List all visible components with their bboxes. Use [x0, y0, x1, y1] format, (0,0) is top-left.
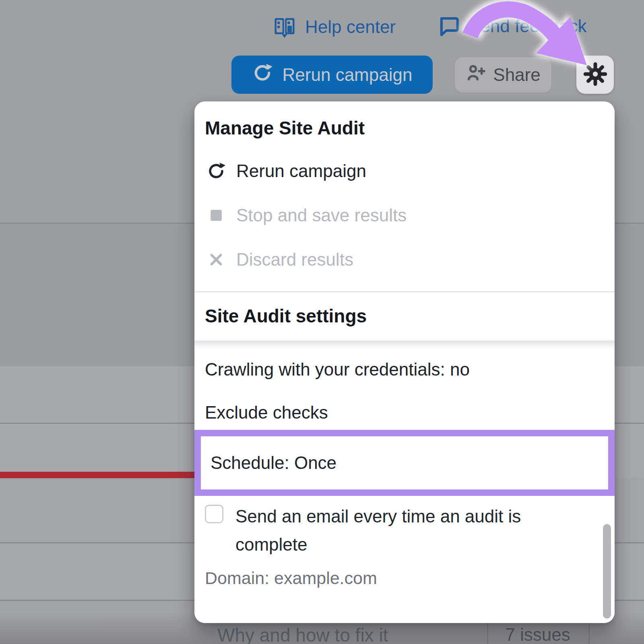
send-feedback-link[interactable]: Send feedback — [437, 14, 587, 38]
menu-item-stop-and-save[interactable]: Stop and save results — [206, 203, 407, 227]
menu-scrollbar[interactable] — [603, 524, 611, 619]
send-feedback-label: Send feedback — [469, 16, 587, 36]
domain-label: Domain: example.com — [205, 568, 377, 588]
setting-schedule-highlighted[interactable]: Schedule: Once — [194, 430, 615, 496]
share-label: Share — [493, 65, 540, 85]
gear-icon — [582, 61, 609, 89]
book-open-icon — [272, 14, 297, 39]
person-plus-icon — [466, 62, 487, 87]
x-icon — [206, 251, 226, 268]
rerun-campaign-button[interactable]: Rerun campaign — [231, 56, 433, 94]
settings-gear-button[interactable] — [576, 56, 614, 94]
background-red-progress-line — [0, 472, 194, 478]
setting-exclude-checks[interactable]: Exclude checks — [205, 400, 328, 425]
share-button[interactable]: Share — [454, 56, 552, 93]
menu-divider — [194, 291, 615, 292]
site-audit-settings-heading: Site Audit settings — [205, 305, 367, 327]
manage-site-audit-heading: Manage Site Audit — [205, 117, 365, 139]
help-center-label: Help center — [305, 17, 396, 37]
setting-crawling-credentials[interactable]: Crawling with your credentials: no — [205, 357, 470, 382]
rerun-campaign-label: Rerun campaign — [283, 65, 413, 85]
menu-item-label: Discard results — [236, 250, 353, 270]
menu-item-label: Stop and save results — [236, 205, 407, 225]
menu-item-rerun-campaign[interactable]: Rerun campaign — [206, 159, 366, 183]
email-audit-checkbox-label[interactable]: Send an email every time an audit is com… — [235, 502, 570, 559]
site-audit-settings-menu: Manage Site Audit Rerun campaign Stop an… — [194, 101, 615, 623]
schedule-label: Schedule: Once — [201, 453, 336, 473]
email-audit-checkbox[interactable] — [205, 505, 223, 523]
stop-square-icon — [206, 206, 226, 224]
help-center-link[interactable]: Help center — [272, 14, 396, 39]
scroll-top-shadow — [194, 341, 615, 350]
chat-bubble-icon — [437, 14, 460, 38]
menu-item-discard-results[interactable]: Discard results — [206, 248, 353, 272]
menu-item-label: Rerun campaign — [236, 161, 366, 181]
refresh-icon — [252, 62, 273, 87]
refresh-icon — [206, 161, 226, 181]
